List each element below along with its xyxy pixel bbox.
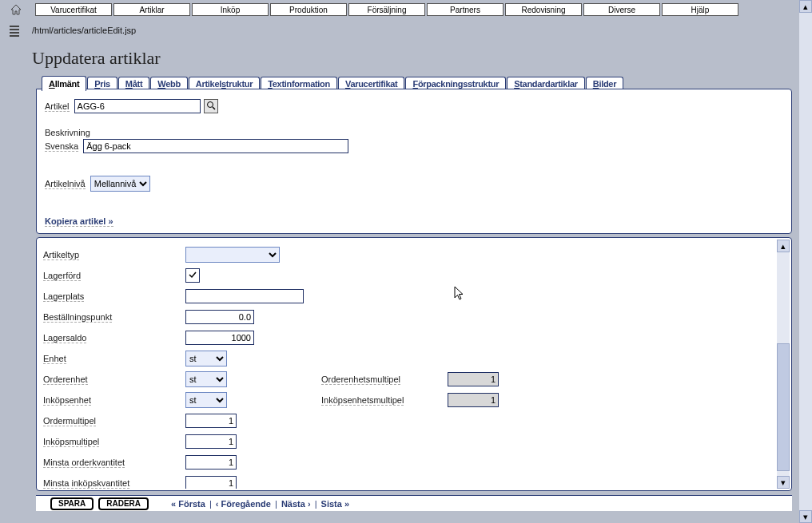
scroll-down-button[interactable]: ▾ xyxy=(777,476,790,489)
swedish-input[interactable] xyxy=(83,139,348,153)
stock-location-input[interactable] xyxy=(185,289,304,303)
order-mult-input[interactable] xyxy=(185,414,237,428)
panel-header: Artikel Beskrivning Svenska Artikelnivå … xyxy=(36,89,792,234)
menu-forsaljning[interactable]: Försäljning xyxy=(348,3,425,16)
footer-bar: SPARA RADERA « Första | ‹ Föregående | N… xyxy=(36,495,792,511)
stock-kept-label: Lagerförd xyxy=(43,271,81,281)
breadcrumb: /html/articles/articleEdit.jsp xyxy=(32,26,136,35)
min-order-qty-input[interactable] xyxy=(185,455,237,470)
level-select[interactable]: Mellannivå xyxy=(90,176,150,192)
menu-partners[interactable]: Partners xyxy=(427,3,504,16)
home-icon[interactable] xyxy=(10,3,22,18)
menu-varucertifikat[interactable]: Varucertifikat xyxy=(35,3,112,16)
order-unit-select[interactable]: st xyxy=(185,371,227,387)
save-button[interactable]: SPARA xyxy=(50,497,94,510)
copy-article-link[interactable]: Kopiera artikel » xyxy=(45,216,113,227)
article-type-label: Artikeltyp xyxy=(43,250,79,260)
pager-last[interactable]: Sista » xyxy=(321,499,349,509)
window-scrollbar[interactable]: ▴ ▾ xyxy=(799,0,812,523)
article-input[interactable] xyxy=(74,99,201,113)
tab-allmant[interactable]: Allmänt xyxy=(42,76,86,91)
level-label: Artikelnivå xyxy=(45,179,86,189)
reorder-point-input[interactable] xyxy=(185,310,254,324)
scroll-thumb[interactable] xyxy=(777,343,790,471)
min-order-qty-label: Minsta orderkvantitet xyxy=(43,458,125,468)
delete-button[interactable]: RADERA xyxy=(98,497,149,510)
min-purchase-qty-input[interactable] xyxy=(185,476,237,489)
purchase-unit-select[interactable]: st xyxy=(185,392,227,408)
pager-next[interactable]: Nästa › xyxy=(281,499,311,509)
menu-redovisning[interactable]: Redovisning xyxy=(505,3,582,16)
purchase-unit-label: Inköpsenhet xyxy=(43,395,91,406)
main-menu: Varucertifikat Artiklar Inköp Produktion… xyxy=(35,3,738,16)
window-scroll-down[interactable]: ▾ xyxy=(799,510,812,523)
pager: « Första | ‹ Föregående | Nästa › | Sist… xyxy=(171,499,349,509)
menu-produktion[interactable]: Produktion xyxy=(270,3,347,16)
svg-point-0 xyxy=(207,102,213,108)
window-scroll-up[interactable]: ▴ xyxy=(799,0,812,13)
stock-balance-input[interactable] xyxy=(185,331,254,345)
reorder-point-label: Beställningspunkt xyxy=(43,312,112,323)
article-type-select[interactable] xyxy=(185,247,280,263)
chevron-down-icon: ▾ xyxy=(803,512,808,522)
menu-artiklar[interactable]: Artiklar xyxy=(113,3,190,16)
search-icon xyxy=(206,101,216,112)
chevron-up-icon: ▴ xyxy=(781,241,786,252)
unit-label: Enhet xyxy=(43,354,66,364)
checkmark-icon xyxy=(188,270,197,281)
order-unit-mult-label: Orderenhetsmultipel xyxy=(321,374,400,385)
stock-location-label: Lagerplats xyxy=(43,291,84,302)
menu-diverse[interactable]: Diverse xyxy=(583,3,660,16)
description-label: Beskrivning xyxy=(45,128,783,137)
page-title: Uppdatera artiklar xyxy=(32,48,161,69)
panel-scrollbar[interactable]: ▴ ▾ xyxy=(777,240,790,489)
lookup-button[interactable] xyxy=(204,99,218,113)
purchase-unit-mult-label: Inköpsenhetsmultipel xyxy=(321,395,404,406)
swedish-label: Svenska xyxy=(45,141,78,152)
min-purchase-qty-label: Minsta inköpskvantitet xyxy=(43,478,129,489)
pager-prev[interactable]: ‹ Föregående xyxy=(216,499,271,509)
stock-balance-label: Lagersaldo xyxy=(43,333,86,343)
chevron-up-icon: ▴ xyxy=(803,2,808,12)
svg-line-1 xyxy=(213,107,215,109)
menu-inkop[interactable]: Inköp xyxy=(192,3,269,16)
unit-select[interactable]: st xyxy=(185,351,227,366)
purchase-mult-input[interactable] xyxy=(185,434,237,449)
order-unit-label: Orderenhet xyxy=(43,374,88,385)
chevron-down-icon: ▾ xyxy=(781,477,786,488)
stock-kept-checkbox[interactable] xyxy=(185,268,200,283)
grip-icon[interactable] xyxy=(10,26,19,37)
menu-hjalp[interactable]: Hjälp xyxy=(662,3,738,16)
purchase-mult-label: Inköpsmultipel xyxy=(43,437,99,447)
panel-details: Artikeltyp Lagerförd Lagerplats Beställn… xyxy=(36,237,792,491)
order-mult-label: Ordermultipel xyxy=(43,416,96,426)
scroll-up-button[interactable]: ▴ xyxy=(777,240,790,252)
article-label: Artikel xyxy=(45,101,70,112)
purchase-unit-mult-input xyxy=(448,393,499,407)
pager-first[interactable]: « Första xyxy=(171,499,205,509)
order-unit-mult-input xyxy=(448,372,499,386)
